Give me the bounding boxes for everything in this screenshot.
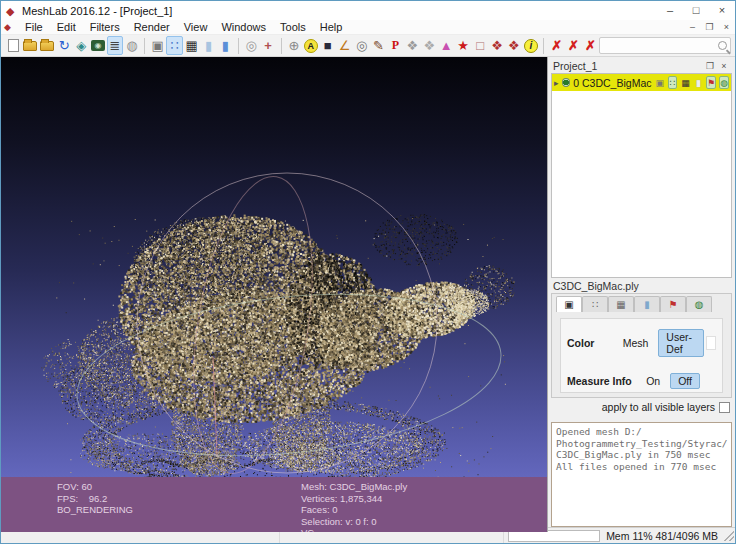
search-icon: [718, 41, 727, 50]
manipulator-icon[interactable]: ❖: [421, 36, 438, 55]
mdi-minimize-button[interactable]: –: [684, 21, 701, 34]
delete-raster-icon[interactable]: ✗: [582, 36, 599, 55]
layer-wireframe-toggle[interactable]: ▦: [680, 76, 691, 89]
color-userdef-button[interactable]: User-Def: [658, 329, 703, 357]
log-line: All files opened in 770 msec: [556, 461, 727, 473]
close-button[interactable]: ×: [709, 2, 735, 20]
log-output: Opened mesh D:/ Photogrammetry_Testing/S…: [551, 422, 732, 527]
layer-flat-toggle[interactable]: ▮: [694, 76, 703, 89]
tab-wireframe[interactable]: ▦: [608, 296, 634, 313]
toolbar-separator: [238, 38, 239, 54]
render-properties-body: Color Mesh User-Def Measure Info On Off: [551, 312, 732, 398]
mdi-restore-button[interactable]: ❐: [701, 21, 718, 34]
align-icon[interactable]: ▲: [438, 36, 455, 55]
tab-points[interactable]: ∷: [582, 296, 608, 313]
info-icon[interactable]: i: [522, 36, 539, 55]
open-project-icon[interactable]: [22, 36, 39, 55]
meshlab-logo-icon: ◆: [6, 5, 18, 17]
color-mesh-button[interactable]: Mesh: [615, 335, 657, 351]
backface-icon[interactable]: ■: [319, 36, 336, 55]
referencing-icon[interactable]: ★: [455, 36, 472, 55]
gl-viewport[interactable]: FOV: 60 FPS: 96.2 BO_RENDERING Mesh: C3D…: [1, 57, 548, 532]
trackball-icon[interactable]: ⊕: [285, 36, 302, 55]
raster-mode-icon[interactable]: ◍: [123, 36, 140, 55]
import-mesh-icon[interactable]: [39, 36, 56, 55]
filter-search-input[interactable]: [599, 37, 731, 54]
mdi-window-buttons: – ❐ ×: [684, 21, 735, 34]
menu-file[interactable]: File: [18, 21, 50, 33]
menu-view[interactable]: View: [177, 21, 215, 33]
point-picking-icon[interactable]: ◎: [353, 36, 370, 55]
title-bar: ◆ MeshLab 2016.12 - [Project_1] – □ ×: [1, 1, 735, 20]
camera-shape: ◉: [91, 40, 105, 51]
pickpoints-icon[interactable]: P: [387, 36, 404, 55]
layer-bbox-toggle[interactable]: ▣: [654, 76, 665, 89]
flat-render-icon[interactable]: ▮: [200, 36, 217, 55]
apply-all-layers-row: apply to all visible layers: [551, 398, 732, 416]
measure-off-button[interactable]: Off: [670, 373, 700, 389]
points-render-icon[interactable]: ∷: [166, 36, 183, 55]
log-line: Opened mesh D:/: [556, 426, 727, 438]
new-project-icon[interactable]: [5, 36, 22, 55]
memory-usage-label: Mem 11% 481/4096 MB: [600, 530, 724, 542]
light-icon[interactable]: A: [302, 36, 319, 55]
select-faces-icon[interactable]: ❖: [489, 36, 506, 55]
delete-all-meshes-icon[interactable]: ✗: [565, 36, 582, 55]
snapshot-icon[interactable]: ◉: [90, 36, 107, 55]
measure-on-button[interactable]: On: [638, 373, 668, 389]
menu-tools[interactable]: Tools: [273, 21, 313, 33]
layer-name: C3DC_BigMac: [582, 77, 651, 89]
resize-grip-icon[interactable]: [724, 531, 734, 541]
layer-row-c3dc-bigmac[interactable]: ▸ 0 C3DC_BigMac ▣ ∷ ▦ ▮ ⚑ ◍: [552, 74, 731, 91]
layer-color-toggle[interactable]: ⚑: [706, 76, 716, 89]
measure-tool-icon[interactable]: ∠: [336, 36, 353, 55]
texture-icon[interactable]: ◎: [243, 36, 260, 55]
hud-render-stats: FOV: 60 FPS: 96.2 BO_RENDERING: [57, 477, 133, 532]
show-layer-dialog-icon[interactable]: ≣: [107, 36, 124, 55]
window-title: MeshLab 2016.12 - [Project_1]: [22, 5, 657, 17]
float-panel-icon[interactable]: ❐: [704, 61, 716, 71]
meshlab-window: ◆ MeshLab 2016.12 - [Project_1] – □ × ◆ …: [0, 0, 736, 544]
point-cloud-canvas[interactable]: [1, 57, 548, 532]
menu-edit[interactable]: Edit: [50, 21, 83, 33]
page-shape: [8, 39, 19, 52]
tab-texture[interactable]: ◍: [686, 296, 712, 313]
menu-windows[interactable]: Windows: [214, 21, 273, 33]
menu-filters[interactable]: Filters: [83, 21, 127, 33]
pp-shape: P: [392, 38, 399, 53]
apply-all-layers-checkbox[interactable]: [719, 402, 730, 413]
hud-mesh-stats: Mesh: C3DC_BigMac.ply Vertices: 1,875,34…: [301, 477, 407, 532]
vertex-select-icon[interactable]: ❖: [404, 36, 421, 55]
axes-icon[interactable]: +: [260, 36, 277, 55]
log-line: Photogrammetry_Testing/Styrac/: [556, 438, 727, 450]
minimize-button[interactable]: –: [657, 2, 683, 20]
mdi-close-button[interactable]: ×: [718, 21, 735, 34]
main-toolbar: ↻ ◈ ◉ ≣ ◍ ▣ ∷ ▦ ▮ ▮ ◎ + ⊕ A ■ ∠ ◎ ✎ P ❖ …: [1, 35, 735, 57]
menu-help[interactable]: Help: [313, 21, 350, 33]
toolbar-separator: [144, 38, 145, 54]
smooth-render-icon[interactable]: ▮: [217, 36, 234, 55]
toolbar-separator: [281, 38, 282, 54]
select-rect-icon[interactable]: □: [472, 36, 489, 55]
tab-color[interactable]: ⚑: [660, 296, 686, 313]
color-setting-row: Color Mesh User-Def: [567, 329, 716, 357]
expand-chevron-icon[interactable]: ▸: [554, 78, 559, 88]
delete-current-mesh-icon[interactable]: ✗: [548, 36, 565, 55]
tab-solid[interactable]: ▮: [634, 296, 660, 313]
export-mesh-icon[interactable]: ◈: [73, 36, 90, 55]
color-swatch[interactable]: [706, 336, 716, 350]
zpainting-icon[interactable]: ✎: [370, 36, 387, 55]
wireframe-render-icon[interactable]: ▦: [183, 36, 200, 55]
select-vertices-icon[interactable]: ❖: [505, 36, 522, 55]
menu-bar: ◆ File Edit Filters Render View Windows …: [1, 20, 735, 35]
layer-points-toggle[interactable]: ∷: [668, 76, 677, 89]
menu-render[interactable]: Render: [127, 21, 177, 33]
visibility-eye-icon[interactable]: [562, 78, 571, 87]
tab-bbox[interactable]: ▣: [556, 296, 582, 313]
close-panel-icon[interactable]: ×: [718, 61, 730, 71]
bbox-render-icon[interactable]: ▣: [149, 36, 166, 55]
reload-icon[interactable]: ↻: [56, 36, 73, 55]
layer-texture-toggle[interactable]: ◍: [719, 76, 729, 89]
folder-shape: [23, 41, 37, 51]
maximize-button[interactable]: □: [683, 2, 709, 20]
